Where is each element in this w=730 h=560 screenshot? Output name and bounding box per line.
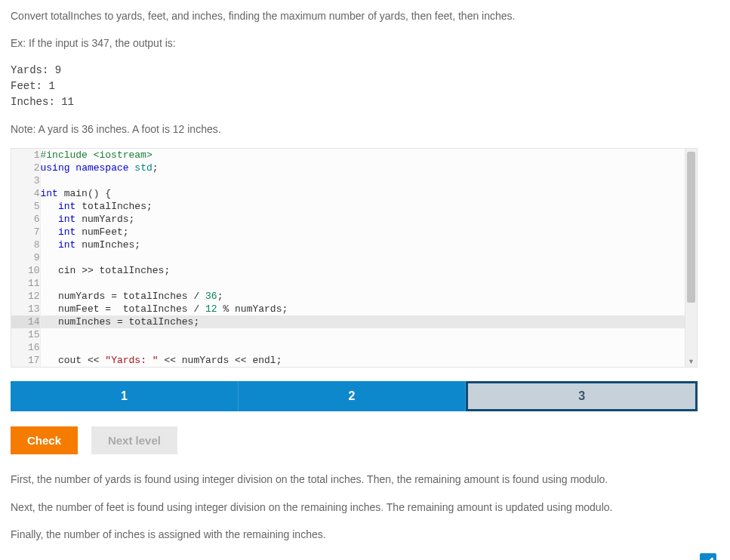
code-content[interactable]: numFeet = totalInches / 12 % numYards;	[40, 303, 697, 315]
tab-level-2[interactable]: 2	[239, 381, 467, 411]
line-number: 6	[11, 213, 40, 226]
explanation-p2: Next, the number of feet is found using …	[11, 499, 698, 515]
code-editor[interactable]: 1#include <iostream>2using namespace std…	[11, 148, 698, 368]
code-content[interactable]	[40, 341, 697, 354]
line-number: 14	[11, 315, 40, 328]
code-line[interactable]: 11	[11, 277, 697, 290]
scrollbar-thumb[interactable]	[687, 152, 695, 303]
code-line[interactable]: 17 cout << "Yards: " << numYards << endl…	[11, 354, 697, 367]
code-content[interactable]: numYards = totalInches / 36;	[40, 290, 697, 303]
line-number: 4	[11, 187, 40, 200]
explanation-p1: First, the number of yards is found usin…	[11, 471, 698, 488]
level-tabs: 123	[11, 381, 698, 411]
line-number: 5	[11, 200, 40, 213]
check-button[interactable]: Check	[11, 426, 78, 454]
code-line[interactable]: 4int main() {	[11, 187, 697, 200]
scroll-down-icon[interactable]: ▼	[685, 356, 697, 367]
code-content[interactable]: #include <iostream>	[40, 149, 697, 162]
line-number: 13	[11, 303, 40, 315]
editor-scrollbar[interactable]: ▲ ▼	[685, 149, 697, 367]
code-line[interactable]: 9	[11, 251, 697, 264]
code-content[interactable]: int numFeet;	[40, 226, 697, 238]
code-line[interactable]: 7 int numFeet;	[11, 226, 697, 238]
progress-checkbox-2[interactable]	[700, 553, 716, 560]
problem-description: Convert totalInches to yards, feet, and …	[11, 8, 698, 137]
code-content[interactable]: cout << "Yards: " << numYards << endl;	[40, 354, 697, 367]
explanation-p3: Finally, the number of inches is assigne…	[11, 526, 698, 543]
line-number: 2	[11, 162, 40, 174]
problem-note: Note: A yard is 36 inches. A foot is 12 …	[11, 121, 698, 137]
code-line[interactable]: 6 int numYards;	[11, 213, 697, 226]
code-line[interactable]: 16	[11, 341, 697, 354]
code-content[interactable]: int numInches;	[40, 238, 697, 251]
line-number: 12	[11, 290, 40, 303]
code-content[interactable]	[40, 328, 697, 341]
code-content[interactable]	[40, 174, 697, 187]
code-content[interactable]: using namespace std;	[40, 162, 697, 174]
line-number: 17	[11, 354, 40, 367]
next-level-button: Next level	[91, 426, 177, 454]
code-content[interactable]	[40, 277, 697, 290]
code-content[interactable]: int totalInches;	[40, 200, 697, 213]
code-line[interactable]: 14 numInches = totalInches;	[11, 315, 697, 328]
code-line[interactable]: 13 numFeet = totalInches / 12 % numYards…	[11, 303, 697, 315]
line-number: 3	[11, 174, 40, 187]
code-line[interactable]: 5 int totalInches;	[11, 200, 697, 213]
code-line[interactable]: 12 numYards = totalInches / 36;	[11, 290, 697, 303]
line-number: 1	[11, 149, 40, 162]
example-output: Yards: 9 Feet: 1 Inches: 11	[11, 63, 698, 110]
action-row: Check Next level	[11, 426, 698, 454]
line-number: 15	[11, 328, 40, 341]
code-content[interactable]	[40, 251, 697, 264]
tab-level-3[interactable]: 3	[466, 381, 698, 411]
code-line[interactable]: 1#include <iostream>	[11, 149, 697, 162]
line-number: 11	[11, 277, 40, 290]
tab-level-1[interactable]: 1	[11, 381, 239, 411]
line-number: 8	[11, 238, 40, 251]
line-number: 9	[11, 251, 40, 264]
example-intro: Ex: If the input is 347, the output is:	[11, 35, 698, 51]
code-editor-body[interactable]: 1#include <iostream>2using namespace std…	[11, 149, 697, 367]
line-number: 16	[11, 341, 40, 354]
problem-text: Convert totalInches to yards, feet, and …	[11, 8, 698, 24]
code-line[interactable]: 10 cin >> totalInches;	[11, 264, 697, 277]
code-content[interactable]: int numYards;	[40, 213, 697, 226]
sidebar-progress: 2 3	[697, 553, 719, 560]
line-number: 7	[11, 226, 40, 238]
line-number: 10	[11, 264, 40, 277]
code-line[interactable]: 3	[11, 174, 697, 187]
code-line[interactable]: 2using namespace std;	[11, 162, 697, 174]
code-content[interactable]: numInches = totalInches;	[40, 315, 697, 328]
explanation-text: First, the number of yards is found usin…	[11, 471, 698, 543]
code-content[interactable]: int main() {	[40, 187, 697, 200]
code-line[interactable]: 15	[11, 328, 697, 341]
code-content[interactable]: cin >> totalInches;	[40, 264, 697, 277]
code-line[interactable]: 8 int numInches;	[11, 238, 697, 251]
